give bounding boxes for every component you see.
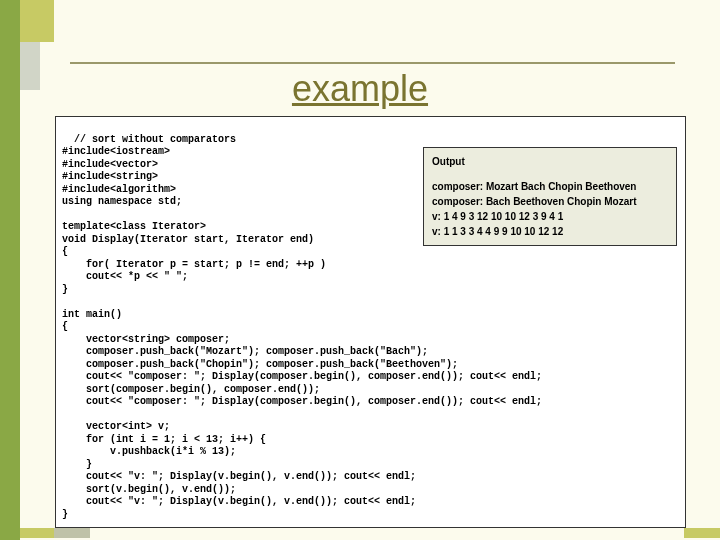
output-line: v: 1 1 3 3 4 4 9 9 10 10 12 12 [432, 224, 668, 239]
output-title: Output [432, 154, 668, 169]
code-block: // sort without comparators #include<ios… [55, 116, 686, 528]
output-line: v: 1 4 9 3 12 10 10 12 3 9 4 1 [432, 209, 668, 224]
output-line: composer: Bach Beethoven Chopin Mozart [432, 194, 668, 209]
decoration-block [684, 528, 720, 538]
decoration-block [54, 528, 90, 538]
output-line: composer: Mozart Bach Chopin Beethoven [432, 179, 668, 194]
decoration-block [20, 528, 54, 538]
divider [70, 62, 675, 64]
slide-title: example [0, 68, 720, 110]
output-panel: Output composer: Mozart Bach Chopin Beet… [423, 147, 677, 246]
decoration-block [20, 0, 54, 42]
